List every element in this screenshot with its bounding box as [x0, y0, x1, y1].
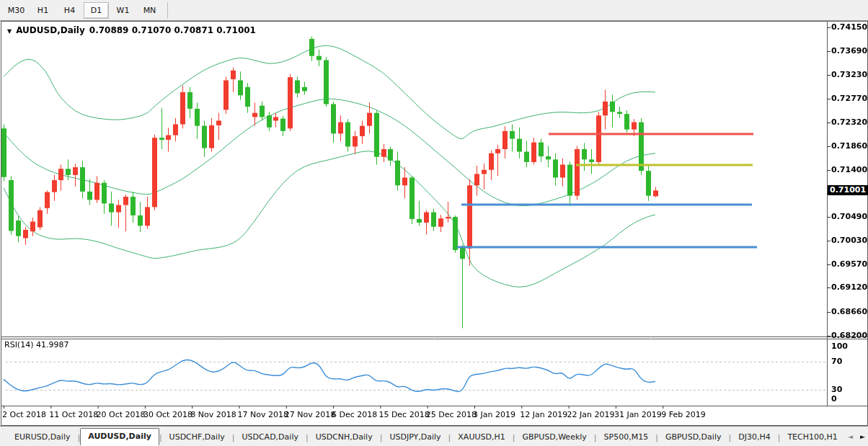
time-axis-label: 12 Jan 2019 [520, 410, 567, 419]
price-axis-tick: 0.69570 [831, 259, 867, 269]
symbol-tab-dj30[interactable]: DJ30,H4 [731, 430, 777, 445]
price-axis-tick: 0.70490 [831, 212, 867, 221]
time-axis-label: 25 Dec 2018 [426, 410, 477, 419]
symbol-tab-eurusd[interactable]: EURUSD,Daily [7, 430, 77, 445]
price-axis-tick: 0.71400 [831, 165, 867, 174]
timeframe-button-w1[interactable]: W1 [110, 2, 136, 19]
tab-scroll-right-icon[interactable]: ► [860, 432, 865, 441]
time-axis-label: 11 Oct 2018 [49, 410, 98, 419]
rsi-axis-tick: 70 [831, 357, 842, 366]
time-axis-label: 9 Feb 2019 [661, 410, 705, 419]
price-axis-tick: 0.70030 [831, 236, 867, 245]
chart-ohlc-values: 0.70889 0.71070 0.70871 0.71001 [89, 25, 256, 35]
tab-scroll-controls: ◄ ► [848, 432, 865, 441]
symbol-tab-tech100[interactable]: TECH100,H1 [780, 430, 844, 445]
time-axis-label: 30 Oct 2018 [143, 410, 192, 419]
toolbar-separator [167, 2, 168, 19]
time-axis-label: 27 Nov 2018 [285, 410, 335, 419]
symbol-tab-audusd[interactable]: AUDUSD,Daily [80, 428, 159, 446]
price-axis-tick: 0.71860 [831, 141, 867, 151]
symbol-tab-usdcad[interactable]: USDCAD,Daily [234, 430, 306, 445]
price-axis-tick: 0.73230 [831, 70, 867, 79]
trading-terminal-window: M30H1H4D1W1MN ▼ AUDUSD,Daily 0.70889 0.7… [0, 0, 868, 446]
chart-symbol-label: AUDUSD,Daily [16, 25, 85, 35]
rsi-value: 41.9987 [36, 340, 69, 349]
price-axis-tick: 0.73690 [831, 46, 867, 55]
symbol-tab-sp500[interactable]: SP500,M15 [597, 430, 656, 445]
rsi-name: RSI(14) [4, 340, 33, 349]
time-axis-label: 3 Jan 2019 [473, 410, 515, 419]
chart-title: ▼ AUDUSD,Daily 0.70889 0.71070 0.70871 0… [7, 25, 256, 35]
price-chart-canvas[interactable] [0, 21, 868, 426]
time-axis-label: 17 Nov 2018 [238, 410, 288, 419]
price-axis-tick: 0.72320 [831, 117, 867, 127]
rsi-axis-tick: 100 [831, 342, 848, 351]
rsi-axis-tick: 0 [831, 394, 837, 403]
rsi-axis-tick: 30 [831, 385, 842, 394]
current-price-badge: 0.71001 [828, 185, 868, 195]
time-axis-label: 2 Oct 2018 [2, 410, 46, 419]
price-axis-tick: 0.68660 [831, 307, 867, 316]
price-axis-tick: 0.74150 [831, 22, 867, 32]
time-axis-label: 31 Jan 2019 [614, 410, 662, 419]
symbol-tab-usdjpy[interactable]: USDJPY,Daily [382, 430, 448, 445]
symbol-tab-usdcnh[interactable]: USDCNH,Daily [309, 430, 380, 445]
tab-scroll-left-icon[interactable]: ◄ [848, 432, 853, 441]
chart-dropdown-icon[interactable]: ▼ [7, 28, 12, 35]
time-axis-label: 20 Oct 2018 [97, 410, 146, 419]
timeframe-button-h4[interactable]: H4 [57, 2, 82, 19]
time-axis-label: 8 Nov 2018 [190, 410, 236, 419]
symbol-tab-gbpusd[interactable]: GBPUSD,Daily [658, 430, 729, 445]
symbol-tab-gbpusd[interactable]: GBPUSD,Weekly [515, 430, 593, 445]
rsi-indicator-label: RSI(14) 41.9987 [4, 340, 68, 349]
timeframe-toolbar: M30H1H4D1W1MN [0, 0, 868, 21]
symbol-tab-xauusd[interactable]: XAUUSD,H1 [451, 430, 512, 445]
timeframe-button-mn[interactable]: MN [137, 2, 162, 19]
time-axis-label: 22 Jan 2019 [567, 410, 615, 419]
price-axis-tick: 0.68200 [831, 331, 867, 340]
price-axis-tick: 0.72770 [831, 94, 867, 103]
timeframe-button-m30[interactable]: M30 [4, 2, 29, 19]
timeframe-button-d1[interactable]: D1 [84, 2, 109, 19]
chart-region: ▼ AUDUSD,Daily 0.70889 0.71070 0.70871 0… [0, 21, 868, 426]
symbol-tab-usdchf[interactable]: USDCHF,Daily [162, 430, 232, 445]
symbol-tabbar: EURUSD,Daily|AUDUSD,Daily|USDCHF,Daily|U… [0, 426, 868, 446]
time-axis-label: 15 Dec 2018 [378, 410, 429, 419]
time-axis-label: 6 Dec 2018 [332, 410, 377, 419]
timeframe-button-h1[interactable]: H1 [30, 2, 56, 19]
price-axis-tick: 0.69120 [831, 282, 867, 292]
